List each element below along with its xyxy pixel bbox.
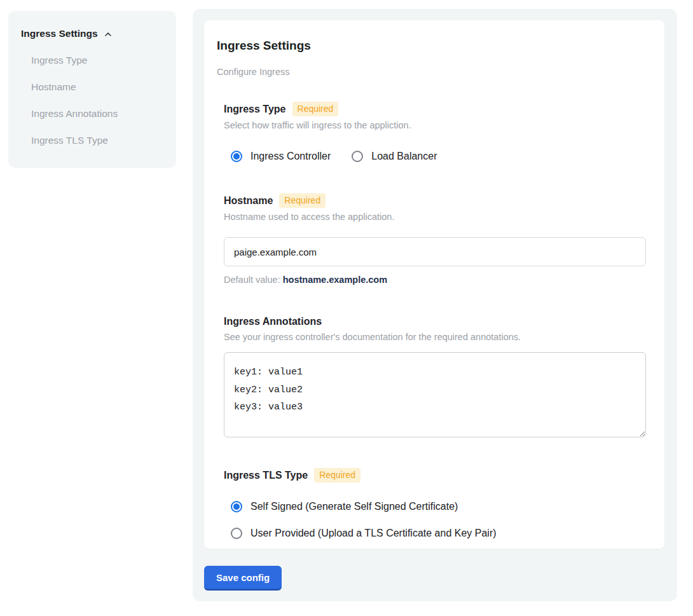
radio-label: Self Signed (Generate Self Signed Certif… xyxy=(250,500,458,513)
ingress-settings-card: Ingress Settings Configure Ingress Ingre… xyxy=(204,20,664,549)
hostname-default-line: Default value: hostname.example.com xyxy=(224,275,652,285)
hostname-description: Hostname used to access the application. xyxy=(224,211,652,222)
radio-self-signed[interactable]: Self Signed (Generate Self Signed Certif… xyxy=(231,500,652,513)
required-badge: Required xyxy=(292,102,339,116)
sidebar-section-toggle[interactable]: Ingress Settings xyxy=(21,27,163,40)
section-ingress-type: Ingress Type Required Select how traffic… xyxy=(224,102,652,163)
radio-load-balancer[interactable]: Load Balancer xyxy=(352,150,437,163)
hostname-default-value: hostname.example.com xyxy=(283,275,387,285)
page-title: Ingress Settings xyxy=(217,38,652,53)
sidebar-item-ingress-tls-type[interactable]: Ingress TLS Type xyxy=(21,134,163,147)
radio-icon xyxy=(231,528,242,539)
radio-icon xyxy=(231,151,242,162)
ingress-tls-type-label: Ingress TLS Type xyxy=(224,469,308,482)
required-badge: Required xyxy=(279,193,326,208)
ingress-annotations-textarea[interactable]: key1: value1 key2: value2 key3: value3 xyxy=(224,352,646,437)
radio-label: Ingress Controller xyxy=(250,150,331,163)
ingress-type-description: Select how traffic will ingress to the a… xyxy=(224,120,652,131)
hostname-label: Hostname xyxy=(224,195,273,207)
ingress-settings-panel: Ingress Settings Configure Ingress Ingre… xyxy=(193,9,677,601)
radio-icon xyxy=(352,151,363,162)
radio-icon xyxy=(231,501,242,512)
ingress-tls-type-radio-group: Self Signed (Generate Self Signed Certif… xyxy=(224,500,652,540)
radio-ingress-controller[interactable]: Ingress Controller xyxy=(231,150,331,163)
settings-sidebar: Ingress Settings Ingress Type Hostname I… xyxy=(8,11,176,168)
ingress-type-radio-group: Ingress Controller Load Balancer xyxy=(224,150,652,163)
radio-label: Load Balancer xyxy=(371,150,437,163)
section-ingress-annotations: Ingress Annotations See your ingress con… xyxy=(224,315,652,437)
radio-label: User Provided (Upload a TLS Certificate … xyxy=(250,527,497,540)
ingress-annotations-description: See your ingress controller's documentat… xyxy=(224,331,652,343)
save-config-button[interactable]: Save config xyxy=(204,566,282,591)
section-hostname: Hostname Required Hostname used to acces… xyxy=(224,193,652,285)
page-subtitle: Configure Ingress xyxy=(217,66,652,78)
hostname-default-label: Default value: xyxy=(224,275,280,285)
sidebar-title: Ingress Settings xyxy=(21,27,98,40)
chevron-up-icon xyxy=(103,29,113,39)
radio-user-provided[interactable]: User Provided (Upload a TLS Certificate … xyxy=(231,527,652,540)
sidebar-item-ingress-type[interactable]: Ingress Type xyxy=(21,54,163,67)
section-ingress-tls-type: Ingress TLS Type Required Self Signed (G… xyxy=(224,468,652,540)
sidebar-item-hostname[interactable]: Hostname xyxy=(21,81,163,93)
ingress-type-label: Ingress Type xyxy=(224,103,286,116)
required-badge: Required xyxy=(314,468,360,483)
sidebar-item-ingress-annotations[interactable]: Ingress Annotations xyxy=(21,107,163,120)
ingress-annotations-label: Ingress Annotations xyxy=(224,315,322,328)
hostname-input[interactable] xyxy=(224,237,646,266)
